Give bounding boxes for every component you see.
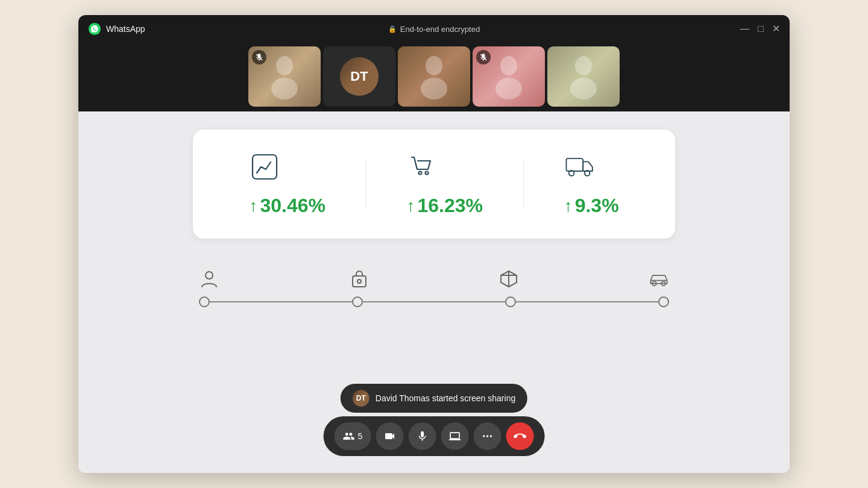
participants-count: 5 <box>358 431 363 441</box>
screen-share-icon <box>448 430 461 442</box>
lock-icon: 🔒 <box>388 25 397 33</box>
svg-rect-18 <box>353 276 366 287</box>
david-avatar: DT <box>340 57 379 96</box>
toast-avatar-image: DT <box>353 390 370 407</box>
stat-item-2: ↑ 16.23% <box>407 151 483 217</box>
participant-face-3 <box>398 46 470 107</box>
participant-video-4 <box>473 46 545 107</box>
timeline-dot-1 <box>199 296 210 307</box>
minimize-button[interactable]: — <box>740 24 749 34</box>
close-button[interactable]: ✕ <box>772 24 780 34</box>
svg-point-12 <box>418 172 421 175</box>
participant-video-3 <box>398 46 470 107</box>
mic-off-badge-1 <box>252 50 266 64</box>
timeline-icons-row <box>193 269 675 289</box>
call-controls: 5 <box>324 416 545 456</box>
svg-point-1 <box>276 56 293 75</box>
participant-video-1 <box>248 46 321 107</box>
toast-message: David Thomas started screen sharing <box>376 393 515 403</box>
timeline-box-icon <box>498 269 519 289</box>
more-options-button[interactable] <box>473 422 501 450</box>
svg-point-19 <box>357 280 361 283</box>
stat-arrow-3: ↑ <box>564 196 573 216</box>
timeline-bag-icon <box>349 269 370 289</box>
svg-point-25 <box>483 435 485 437</box>
timeline-car-icon <box>649 269 669 289</box>
timeline-line-3 <box>516 301 658 302</box>
svg-point-5 <box>421 78 447 99</box>
titlebar: WhatsApp 🔒 End-to-end endcrypted — □ ✕ <box>78 15 790 43</box>
more-icon <box>481 430 493 442</box>
stat-value-1: ↑ 30.46% <box>249 195 326 217</box>
mic-off-badge-4 <box>476 50 491 64</box>
end-call-icon <box>513 430 526 443</box>
stat-item-3: ↑ 9.3% <box>564 151 619 217</box>
svg-point-7 <box>495 78 522 99</box>
chart-icon <box>249 151 280 185</box>
stats-card: ↑ 30.46% ↑ 16.23% <box>193 130 675 239</box>
timeline-line-2 <box>363 301 505 302</box>
mic-icon <box>416 430 428 442</box>
timeline-section <box>193 263 675 313</box>
truck-icon <box>564 151 596 185</box>
svg-point-27 <box>490 435 492 437</box>
app-logo: WhatsApp <box>88 22 145 36</box>
timeline-dot-4 <box>658 296 669 307</box>
svg-point-26 <box>486 435 488 437</box>
maximize-button[interactable]: □ <box>758 24 764 34</box>
end-call-button[interactable] <box>506 422 533 450</box>
whatsapp-icon <box>88 22 101 36</box>
stat-divider-1 <box>366 160 366 208</box>
cart-icon <box>407 151 438 185</box>
mic-toggle-button[interactable] <box>408 422 436 450</box>
timeline-dot-3 <box>505 296 516 307</box>
stat-value-2: ↑ 16.23% <box>407 195 483 217</box>
svg-point-4 <box>426 56 442 75</box>
svg-point-13 <box>425 172 428 175</box>
stat-divider-2 <box>523 160 524 208</box>
david-avatar-container: DT <box>323 46 395 107</box>
stat-arrow-1: ↑ <box>249 196 257 216</box>
svg-point-10 <box>570 78 597 99</box>
participant-face-5 <box>547 46 620 107</box>
screen-share-button[interactable] <box>441 422 468 450</box>
timeline-dot-2 <box>352 296 363 307</box>
participants-button[interactable]: 5 <box>335 422 371 450</box>
david-avatar-circle: DT <box>340 57 379 96</box>
screen-share-toast: DT David Thomas started screen sharing <box>341 384 527 413</box>
shared-screen-content: ↑ 30.46% ↑ 16.23% <box>78 111 790 473</box>
video-strip: DT <box>78 43 790 111</box>
participant-video-2: DT <box>323 46 395 107</box>
video-icon <box>383 430 395 442</box>
svg-rect-14 <box>566 158 583 171</box>
svg-point-6 <box>500 56 517 75</box>
stat-value-3: ↑ 9.3% <box>564 195 619 217</box>
participant-video-5 <box>547 46 620 107</box>
video-toggle-button[interactable] <box>376 422 403 450</box>
timeline-line-row <box>193 296 675 307</box>
stat-arrow-2: ↑ <box>407 196 415 216</box>
timeline-person-icon <box>199 269 219 289</box>
app-title: WhatsApp <box>106 24 145 34</box>
participants-icon <box>343 430 355 442</box>
toast-avatar: DT <box>353 390 370 407</box>
svg-point-9 <box>575 56 592 75</box>
svg-rect-11 <box>253 155 277 179</box>
timeline-line-1 <box>210 301 352 302</box>
encryption-label: 🔒 End-to-end endcrypted <box>388 25 480 34</box>
app-window: WhatsApp 🔒 End-to-end endcrypted — □ ✕ <box>78 15 790 473</box>
window-controls: — □ ✕ <box>740 24 780 34</box>
svg-point-2 <box>271 78 298 99</box>
stat-item-1: ↑ 30.46% <box>249 151 326 217</box>
svg-point-17 <box>206 272 213 279</box>
